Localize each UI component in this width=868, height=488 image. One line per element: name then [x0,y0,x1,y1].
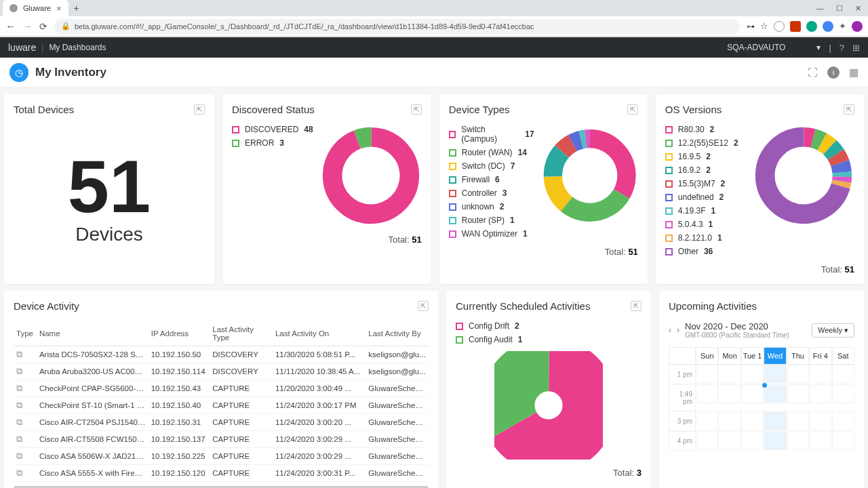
key-icon[interactable]: ⊶ [747,22,755,31]
table-row[interactable]: ⧉ Cisco AIR-CT2504 PSJ1540027F 10.192.15… [14,414,429,431]
legend-item[interactable]: Switch (DC) 7 [449,161,534,171]
calendar-cell[interactable] [809,411,831,430]
new-tab-button[interactable]: + [68,3,85,14]
legend-item[interactable]: 8.2.121.0 1 [665,233,738,243]
calendar-cell[interactable] [787,431,809,450]
expand-icon[interactable]: ⇱ [627,104,638,115]
calendar-cell[interactable] [741,431,764,450]
reload-icon[interactable]: ⟳ [39,21,47,32]
calendar-cell[interactable] [741,411,764,430]
legend-item[interactable]: Router (WAN) 14 [449,148,534,157]
table-header[interactable]: IP Address [149,321,210,346]
calendar-cell[interactable] [809,365,831,384]
calendar-cell[interactable] [764,411,786,430]
forward-icon[interactable]: → [22,20,33,32]
expand-icon[interactable]: ⇱ [418,301,429,311]
expand-icon[interactable]: ⇱ [411,104,422,115]
legend-item[interactable]: 12.2(55)SE12 2 [665,138,738,148]
legend-item[interactable]: WAN Optimizer 1 [449,229,534,239]
calendar-cell[interactable] [764,365,786,384]
minimize-icon[interactable]: — [816,4,824,13]
table-row[interactable]: ⧉ Cisco AIR-CT5508 FCW1504L0H8 10.192.15… [14,431,429,448]
calendar-cell[interactable] [832,431,854,450]
calendar-cell[interactable] [718,411,741,430]
table-header[interactable]: Last Activity Type [210,321,273,346]
legend-item[interactable]: Switch (Campus) 17 [449,125,534,144]
star-icon[interactable]: ☆ [760,21,768,31]
browser-tab[interactable]: Gluware × [3,0,68,16]
calendar-day-header[interactable]: Fri 4 [809,347,831,365]
calendar-cell[interactable] [809,431,831,450]
ext-pdf-icon[interactable] [790,21,801,32]
info-icon[interactable]: i [827,66,840,79]
help-icon[interactable]: ? [840,43,844,53]
apps-icon[interactable]: ⊞ [852,43,860,53]
expand-icon[interactable]: ⇱ [631,301,642,311]
calendar-cell[interactable] [764,384,786,403]
legend-item[interactable]: DISCOVERED 48 [232,125,313,134]
brand-logo[interactable]: luware [8,42,36,53]
calendar-cell[interactable] [787,411,809,430]
ext-icon[interactable] [806,21,817,32]
table-header[interactable]: Last Activity On [273,321,366,346]
calendar-cell[interactable] [832,411,854,430]
table-row[interactable]: ⧉ CheckPoint ST-10 (Smart-1 210) L... 10… [14,397,429,414]
legend-item[interactable]: undefined 2 [665,192,738,202]
table-row[interactable]: ⧉ Arista DCS-7050SX2-128 SSJ171... 10.19… [14,346,429,363]
legend-item[interactable]: Firewall 6 [449,175,534,184]
calendar-day-header[interactable]: Sun [696,347,718,365]
calendar-cell[interactable] [832,365,854,384]
back-icon[interactable]: ← [5,20,16,32]
legend-item[interactable]: Config Drift 2 [456,321,642,331]
ext-icon[interactable] [774,21,785,32]
view-selector[interactable]: Weekly ▾ [812,323,854,338]
calendar-cell[interactable] [787,365,809,384]
legend-item[interactable]: Controller 3 [449,188,534,198]
table-header[interactable]: Last Activity By [366,321,429,346]
legend-item[interactable]: R80.30 2 [665,125,738,134]
next-icon[interactable]: › [677,325,679,335]
legend-item[interactable]: unknown 2 [449,202,534,211]
focus-icon[interactable]: ⛶ [808,66,818,79]
table-header[interactable]: Name [37,321,149,346]
calendar-day-header[interactable]: Wed [764,347,786,365]
maximize-icon[interactable]: ☐ [836,4,843,13]
calendar-cell[interactable] [787,384,809,403]
table-row[interactable]: ⧉ Aruba Aruba3200-US AC00007... 10.192.1… [14,363,429,380]
calendar-cell[interactable] [696,384,718,403]
calendar-cell[interactable] [741,365,764,384]
table-header[interactable]: Type [14,321,37,346]
section-link[interactable]: My Dashboards [49,43,106,52]
ext-icon[interactable] [823,21,833,32]
profile-avatar[interactable] [852,21,863,32]
table-row[interactable]: ⧉ Cisco ASA 5555-X with FirePow... 10.19… [14,465,429,482]
legend-item[interactable]: ERROR 3 [232,138,313,148]
calendar-day-header[interactable]: Sat [832,347,854,365]
calendar-day-header[interactable]: Thu [787,347,809,365]
table-row[interactable]: ⧉ Cisco ASA 5506W-X JAD213202... 10.192.… [14,448,429,465]
legend-item[interactable]: Other 36 [665,247,738,256]
legend-item[interactable]: 16.9.2 2 [665,165,738,175]
close-icon[interactable]: × [56,3,62,14]
expand-icon[interactable]: ⇱ [194,104,205,115]
legend-item[interactable]: 16.9.5 2 [665,152,738,161]
legend-item[interactable]: 15.5(3)M7 2 [665,179,738,188]
close-window-icon[interactable]: ✕ [855,4,861,13]
legend-item[interactable]: 5.0.4.3 1 [665,220,738,229]
calendar-cell[interactable] [764,431,786,450]
legend-item[interactable]: Config Audit 1 [456,335,642,344]
calendar-cell[interactable] [809,384,831,403]
calendar-cell[interactable] [718,365,741,384]
prev-icon[interactable]: ‹ [669,325,671,335]
table-row[interactable]: ⧉ CheckPoint CPAP-SG5600-NGT... 10.192.1… [14,380,429,397]
folder-icon[interactable]: ▦ [849,66,859,79]
calendar-day-header[interactable] [669,347,696,365]
calendar-cell[interactable] [696,411,718,430]
calendar-day-header[interactable]: Mon [718,347,741,365]
org-selector[interactable]: SQA-ADVAUTO ▾ [727,43,821,52]
calendar-cell[interactable] [696,431,718,450]
expand-icon[interactable]: ⇱ [844,104,854,115]
calendar-cell[interactable] [741,384,764,403]
url-input[interactable]: 🔒 beta.gluware.com/#!/_app_/GameConsole/… [54,19,740,34]
calendar-cell[interactable] [832,384,854,403]
